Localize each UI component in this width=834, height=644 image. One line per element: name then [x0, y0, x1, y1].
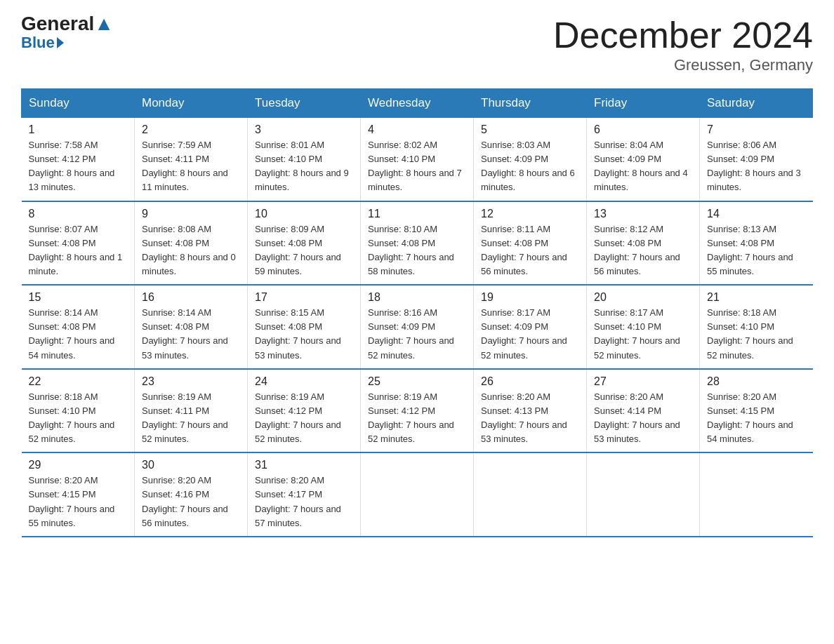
- calendar-cell: 3 Sunrise: 8:01 AM Sunset: 4:10 PM Dayli…: [248, 118, 361, 201]
- calendar-cell: 19 Sunrise: 8:17 AM Sunset: 4:09 PM Dayl…: [474, 285, 587, 369]
- day-number: 16: [142, 291, 240, 304]
- day-number: 19: [481, 291, 579, 304]
- calendar-cell: 12 Sunrise: 8:11 AM Sunset: 4:08 PM Dayl…: [474, 201, 587, 286]
- day-number: 26: [481, 375, 579, 388]
- calendar-cell: 24 Sunrise: 8:19 AM Sunset: 4:12 PM Dayl…: [248, 369, 361, 453]
- page-header: General▲ Blue December 2024 Greussen, Ge…: [21, 14, 813, 74]
- calendar-header-row: SundayMondayTuesdayWednesdayThursdayFrid…: [22, 89, 813, 118]
- calendar-cell: [700, 452, 813, 537]
- calendar-cell: 14 Sunrise: 8:13 AM Sunset: 4:08 PM Dayl…: [700, 201, 813, 286]
- day-info: Sunrise: 8:13 AM Sunset: 4:08 PM Dayligh…: [707, 222, 806, 279]
- day-info: Sunrise: 8:18 AM Sunset: 4:10 PM Dayligh…: [707, 306, 806, 363]
- calendar-cell: 27 Sunrise: 8:20 AM Sunset: 4:14 PM Dayl…: [587, 369, 700, 453]
- day-info: Sunrise: 8:06 AM Sunset: 4:09 PM Dayligh…: [707, 138, 806, 195]
- calendar-cell: 28 Sunrise: 8:20 AM Sunset: 4:15 PM Dayl…: [700, 369, 813, 453]
- calendar-week-row: 22 Sunrise: 8:18 AM Sunset: 4:10 PM Dayl…: [22, 369, 813, 453]
- day-number: 5: [481, 123, 579, 136]
- day-number: 10: [255, 208, 353, 220]
- day-number: 30: [142, 459, 240, 471]
- calendar-cell: 11 Sunrise: 8:10 AM Sunset: 4:08 PM Dayl…: [361, 201, 474, 286]
- day-info: Sunrise: 8:10 AM Sunset: 4:08 PM Dayligh…: [368, 222, 466, 279]
- calendar-cell: 18 Sunrise: 8:16 AM Sunset: 4:09 PM Dayl…: [361, 285, 474, 369]
- calendar-week-row: 29 Sunrise: 8:20 AM Sunset: 4:15 PM Dayl…: [22, 452, 813, 537]
- day-info: Sunrise: 8:16 AM Sunset: 4:09 PM Dayligh…: [368, 306, 466, 363]
- day-number: 27: [594, 375, 692, 388]
- calendar-cell: 2 Sunrise: 7:59 AM Sunset: 4:11 PM Dayli…: [135, 118, 248, 201]
- column-header-monday: Monday: [135, 89, 248, 118]
- day-info: Sunrise: 8:03 AM Sunset: 4:09 PM Dayligh…: [481, 138, 579, 195]
- column-header-friday: Friday: [587, 89, 700, 118]
- column-header-sunday: Sunday: [22, 89, 135, 118]
- day-info: Sunrise: 8:07 AM Sunset: 4:08 PM Dayligh…: [29, 222, 128, 279]
- day-number: 14: [707, 208, 806, 220]
- calendar-cell: [587, 452, 700, 537]
- calendar-cell: 29 Sunrise: 8:20 AM Sunset: 4:15 PM Dayl…: [22, 452, 135, 537]
- day-info: Sunrise: 7:58 AM Sunset: 4:12 PM Dayligh…: [29, 138, 128, 195]
- day-number: 24: [255, 375, 353, 388]
- column-header-wednesday: Wednesday: [361, 89, 474, 118]
- calendar-cell: 31 Sunrise: 8:20 AM Sunset: 4:17 PM Dayl…: [248, 452, 361, 537]
- day-number: 1: [29, 123, 128, 136]
- calendar-cell: 22 Sunrise: 8:18 AM Sunset: 4:10 PM Dayl…: [22, 369, 135, 453]
- calendar-cell: 21 Sunrise: 8:18 AM Sunset: 4:10 PM Dayl…: [700, 285, 813, 369]
- calendar-cell: 1 Sunrise: 7:58 AM Sunset: 4:12 PM Dayli…: [22, 118, 135, 201]
- day-info: Sunrise: 8:04 AM Sunset: 4:09 PM Dayligh…: [594, 138, 692, 195]
- day-info: Sunrise: 8:01 AM Sunset: 4:10 PM Dayligh…: [255, 138, 353, 195]
- day-number: 21: [707, 291, 806, 304]
- day-info: Sunrise: 8:14 AM Sunset: 4:08 PM Dayligh…: [142, 306, 240, 363]
- day-number: 8: [29, 208, 128, 220]
- day-info: Sunrise: 7:59 AM Sunset: 4:11 PM Dayligh…: [142, 138, 240, 195]
- day-number: 22: [29, 375, 128, 388]
- calendar-week-row: 1 Sunrise: 7:58 AM Sunset: 4:12 PM Dayli…: [22, 118, 813, 201]
- calendar-cell: 15 Sunrise: 8:14 AM Sunset: 4:08 PM Dayl…: [22, 285, 135, 369]
- location: Greussen, Germany: [553, 56, 813, 74]
- day-number: 20: [594, 291, 692, 304]
- calendar-cell: 26 Sunrise: 8:20 AM Sunset: 4:13 PM Dayl…: [474, 369, 587, 453]
- calendar-cell: 13 Sunrise: 8:12 AM Sunset: 4:08 PM Dayl…: [587, 201, 700, 286]
- calendar-cell: 16 Sunrise: 8:14 AM Sunset: 4:08 PM Dayl…: [135, 285, 248, 369]
- day-info: Sunrise: 8:20 AM Sunset: 4:16 PM Dayligh…: [142, 474, 240, 530]
- day-number: 15: [29, 291, 128, 304]
- calendar-week-row: 15 Sunrise: 8:14 AM Sunset: 4:08 PM Dayl…: [22, 285, 813, 369]
- day-info: Sunrise: 8:19 AM Sunset: 4:12 PM Dayligh…: [255, 390, 353, 447]
- calendar-week-row: 8 Sunrise: 8:07 AM Sunset: 4:08 PM Dayli…: [22, 201, 813, 286]
- day-number: 17: [255, 291, 353, 304]
- calendar-cell: 20 Sunrise: 8:17 AM Sunset: 4:10 PM Dayl…: [587, 285, 700, 369]
- calendar-table: SundayMondayTuesdayWednesdayThursdayFrid…: [21, 88, 813, 537]
- column-header-tuesday: Tuesday: [248, 89, 361, 118]
- logo-general-text: General▲: [21, 14, 114, 34]
- day-info: Sunrise: 8:19 AM Sunset: 4:12 PM Dayligh…: [368, 390, 466, 447]
- calendar-cell: 5 Sunrise: 8:03 AM Sunset: 4:09 PM Dayli…: [474, 118, 587, 201]
- day-number: 6: [594, 123, 692, 136]
- calendar-cell: 6 Sunrise: 8:04 AM Sunset: 4:09 PM Dayli…: [587, 118, 700, 201]
- day-number: 3: [255, 123, 353, 136]
- calendar-cell: 17 Sunrise: 8:15 AM Sunset: 4:08 PM Dayl…: [248, 285, 361, 369]
- day-info: Sunrise: 8:09 AM Sunset: 4:08 PM Dayligh…: [255, 222, 353, 279]
- day-number: 31: [255, 459, 353, 471]
- day-number: 4: [368, 123, 466, 136]
- day-info: Sunrise: 8:08 AM Sunset: 4:08 PM Dayligh…: [142, 222, 240, 279]
- day-info: Sunrise: 8:17 AM Sunset: 4:09 PM Dayligh…: [481, 306, 579, 363]
- day-info: Sunrise: 8:19 AM Sunset: 4:11 PM Dayligh…: [142, 390, 240, 447]
- calendar-cell: 8 Sunrise: 8:07 AM Sunset: 4:08 PM Dayli…: [22, 201, 135, 286]
- calendar-cell: 4 Sunrise: 8:02 AM Sunset: 4:10 PM Dayli…: [361, 118, 474, 201]
- day-info: Sunrise: 8:02 AM Sunset: 4:10 PM Dayligh…: [368, 138, 466, 195]
- day-number: 28: [707, 375, 806, 388]
- day-number: 11: [368, 208, 466, 220]
- day-info: Sunrise: 8:20 AM Sunset: 4:15 PM Dayligh…: [707, 390, 806, 447]
- calendar-cell: [474, 452, 587, 537]
- day-info: Sunrise: 8:20 AM Sunset: 4:13 PM Dayligh…: [481, 390, 579, 447]
- logo-blue-text: Blue: [21, 34, 64, 52]
- day-info: Sunrise: 8:20 AM Sunset: 4:17 PM Dayligh…: [255, 474, 353, 530]
- day-info: Sunrise: 8:20 AM Sunset: 4:14 PM Dayligh…: [594, 390, 692, 447]
- logo: General▲ Blue: [21, 14, 114, 52]
- day-number: 29: [29, 459, 128, 471]
- day-info: Sunrise: 8:15 AM Sunset: 4:08 PM Dayligh…: [255, 306, 353, 363]
- calendar-cell: 9 Sunrise: 8:08 AM Sunset: 4:08 PM Dayli…: [135, 201, 248, 286]
- day-number: 9: [142, 208, 240, 220]
- day-number: 13: [594, 208, 692, 220]
- day-info: Sunrise: 8:20 AM Sunset: 4:15 PM Dayligh…: [29, 474, 128, 530]
- day-info: Sunrise: 8:11 AM Sunset: 4:08 PM Dayligh…: [481, 222, 579, 279]
- day-number: 25: [368, 375, 466, 388]
- day-info: Sunrise: 8:18 AM Sunset: 4:10 PM Dayligh…: [29, 390, 128, 447]
